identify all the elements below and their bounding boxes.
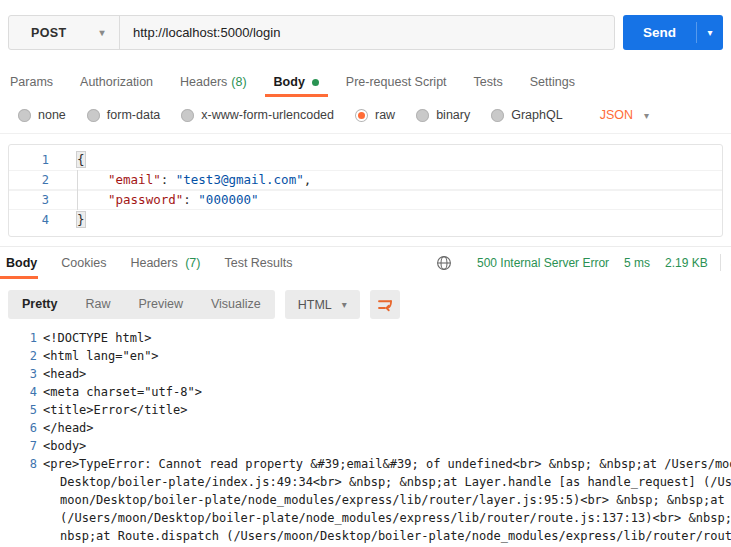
chevron-down-icon: ▾ (644, 110, 649, 121)
response-tab-test-results[interactable]: Test Results (224, 256, 292, 270)
json-value: "000000" (198, 192, 258, 207)
line-number: 7 (0, 437, 37, 455)
line-number: 2 (0, 347, 37, 365)
active-tab-underline (0, 276, 38, 279)
response-meta: 500 Internal Server Error 5 ms 2.19 KB S… (436, 254, 731, 271)
send-options-button[interactable]: ▾ (697, 15, 723, 50)
radio-icon (181, 109, 194, 122)
method-label: POST (31, 26, 67, 40)
radio-selected-icon (355, 109, 368, 122)
line-number: 1 (0, 329, 37, 347)
json-key: "password" (108, 192, 183, 207)
radio-icon (491, 109, 504, 122)
tab-authorization[interactable]: Authorization (80, 75, 153, 89)
code-line: 3 <head> (0, 365, 731, 383)
indent-guide (77, 170, 78, 210)
response-body-viewer[interactable]: 1 <!DOCTYPE html> 2 <html lang="en"> 3 <… (0, 329, 731, 547)
status-badge: 500 Internal Server Error (477, 256, 609, 270)
radio-icon (18, 109, 31, 122)
wrap-lines-button[interactable] (370, 290, 400, 319)
response-tab-cookies[interactable]: Cookies (61, 256, 106, 270)
radio-x-www-form-urlencoded[interactable]: x-www-form-urlencoded (181, 108, 334, 122)
radio-icon (87, 109, 100, 122)
request-body-editor[interactable]: 1 { 2 "email": "test3@gmail.com", 3 "pas… (8, 144, 723, 237)
tab-headers[interactable]: Headers (8) (180, 75, 247, 89)
code-wrapped-line: moon/Desktop/boiler-plate/node_modules/e… (0, 491, 731, 509)
code-line: 7 <body> (0, 437, 731, 455)
line-number: 8 (0, 455, 37, 473)
method-url-group: POST ▾ (8, 15, 615, 50)
line-number: 4 (0, 383, 37, 401)
send-button[interactable]: Send (623, 15, 696, 50)
line-number: 6 (0, 419, 37, 437)
language-label: JSON (600, 108, 633, 122)
line-number: 2 (9, 170, 49, 190)
request-url-bar: POST ▾ Send ▾ (0, 0, 731, 50)
chevron-down-icon: ▾ (342, 299, 347, 310)
line-number: 1 (9, 150, 49, 170)
view-raw[interactable]: Raw (71, 290, 124, 319)
tab-pre-request-script[interactable]: Pre-request Script (346, 75, 447, 89)
code-wrapped-line: (/Users/moon/Desktop/boiler-plate/node_m… (0, 509, 731, 527)
view-segment-control: Pretty Raw Preview Visualize (8, 290, 275, 319)
line-number: 3 (9, 190, 49, 210)
code-wrapped-line: nbsp;at Route.dispatch (/Users/moon/Desk… (0, 527, 731, 545)
radio-form-data[interactable]: form-data (87, 108, 161, 122)
request-tabs: Params Authorization Headers (8) Body Pr… (10, 70, 731, 94)
tab-body[interactable]: Body (274, 75, 319, 89)
response-view-toggles: Pretty Raw Preview Visualize HTML ▾ (8, 290, 731, 319)
globe-icon[interactable] (436, 255, 452, 271)
code-line: 1 <!DOCTYPE html> (0, 329, 731, 347)
json-value: "test3@gmail.com" (176, 172, 304, 187)
editor-line: 3 "password": "000000" (9, 190, 722, 210)
body-has-content-dot (312, 79, 319, 86)
headers-count-badge: (8) (231, 75, 246, 89)
code-line: 4 <meta charset="utf-8"> (0, 383, 731, 401)
close-brace: } (77, 212, 85, 227)
editor-line: 2 "email": "test3@gmail.com", (9, 170, 722, 190)
send-button-group: Send ▾ (623, 15, 723, 50)
format-label: HTML (298, 298, 332, 312)
radio-binary[interactable]: binary (416, 108, 470, 122)
response-tab-body[interactable]: Body (6, 256, 37, 270)
editor-line: 4 } (9, 210, 722, 230)
section-divider (0, 246, 731, 247)
view-preview[interactable]: Preview (124, 290, 196, 319)
url-input[interactable] (120, 25, 614, 40)
response-time: 5 ms (624, 256, 650, 270)
radio-graphql[interactable]: GraphQL (491, 108, 562, 122)
response-tab-headers[interactable]: Headers (7) (130, 256, 200, 270)
code-line: 8 <pre>TypeError: Cannot read property &… (0, 455, 731, 473)
code-line: 6 </head> (0, 419, 731, 437)
radio-none[interactable]: none (18, 108, 66, 122)
line-number: 3 (0, 365, 37, 383)
line-number: 4 (9, 210, 49, 230)
view-visualize[interactable]: Visualize (197, 290, 275, 319)
tab-tests[interactable]: Tests (474, 75, 503, 89)
response-size: 2.19 KB (665, 256, 708, 270)
response-headers-count-badge: (7) (185, 256, 200, 270)
open-brace: { (77, 152, 85, 167)
body-type-row: none form-data x-www-form-urlencoded raw… (18, 108, 731, 122)
divider (720, 254, 721, 271)
tab-params[interactable]: Params (10, 75, 53, 89)
chevron-down-icon: ▾ (100, 27, 105, 38)
divider (0, 133, 731, 134)
radio-icon (416, 109, 429, 122)
code-wrapped-line: Desktop/boiler-plate/index.js:49:34<br> … (0, 473, 731, 491)
line-number: 5 (0, 401, 37, 419)
method-select[interactable]: POST ▾ (9, 26, 119, 40)
language-select[interactable]: JSON ▾ (600, 108, 649, 122)
code-line: 5 <title>Error</title> (0, 401, 731, 419)
view-pretty[interactable]: Pretty (8, 290, 71, 319)
response-header: Body Cookies Headers (7) Test Results 50… (0, 252, 731, 281)
editor-line: 1 { (9, 150, 722, 170)
tab-settings[interactable]: Settings (530, 75, 575, 89)
radio-raw[interactable]: raw (355, 108, 395, 122)
wrap-text-icon (376, 296, 394, 314)
format-select[interactable]: HTML ▾ (285, 290, 360, 319)
json-key: "email" (108, 172, 161, 187)
code-line: 2 <html lang="en"> (0, 347, 731, 365)
